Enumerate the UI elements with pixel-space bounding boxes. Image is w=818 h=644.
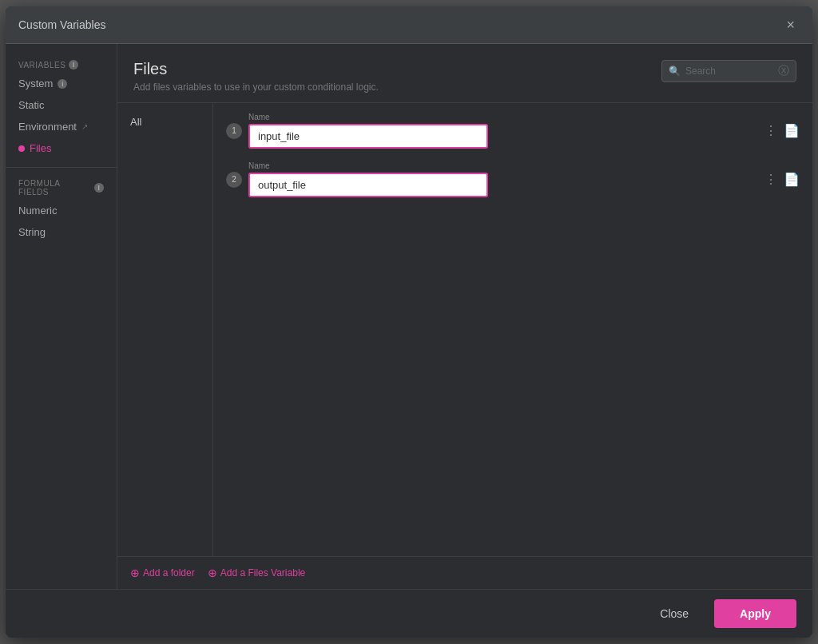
add-variable-label: Add a Files Variable	[220, 567, 306, 578]
system-label: System	[18, 78, 53, 89]
table-row: 2 Name ⋮ 📄	[226, 161, 800, 197]
sidebar-divider	[6, 167, 117, 168]
files-active-dot	[18, 145, 25, 152]
content-area: All 1 Name ⋮ �	[117, 102, 812, 556]
variable-input-wrap-1: Name	[248, 113, 752, 149]
variable-index-2: 2	[226, 172, 242, 188]
search-box: 🔍 ⓧ	[661, 60, 796, 82]
variable-index-1: 1	[226, 123, 242, 139]
dialog-close-button[interactable]: ×	[781, 16, 800, 34]
add-variable-plus-icon: ⊕	[208, 566, 217, 579]
files-label: Files	[30, 142, 51, 154]
string-label: String	[18, 226, 46, 238]
variable-input-wrap-2: Name	[248, 161, 752, 197]
main-content: Files Add files variables to use in your…	[117, 44, 812, 589]
add-folder-label: Add a folder	[143, 567, 195, 578]
sidebar-item-environment[interactable]: Environment ↗	[6, 116, 117, 137]
folder-all-label[interactable]: All	[117, 113, 212, 131]
variables-section-label: VARIABLES i	[6, 57, 117, 73]
search-clear-icon[interactable]: ⓧ	[778, 64, 789, 78]
sidebar: VARIABLES i System i Static Environment …	[6, 44, 117, 589]
dialog-header: Custom Variables ×	[6, 6, 812, 44]
environment-label: Environment	[18, 121, 77, 133]
dialog-title: Custom Variables	[18, 18, 105, 31]
variable-comment-icon-2[interactable]: 📄	[784, 172, 800, 187]
content-subtitle: Add files variables to use in your custo…	[133, 81, 379, 93]
content-title-area: Files Add files variables to use in your…	[133, 60, 379, 93]
content-title: Files	[133, 60, 379, 78]
add-folder-plus-icon: ⊕	[130, 566, 140, 579]
var-field-label-1: Name	[248, 113, 752, 121]
content-header: Files Add files variables to use in your…	[117, 44, 812, 102]
variable-more-icon-2[interactable]: ⋮	[764, 172, 777, 187]
add-folder-button[interactable]: ⊕ Add a folder	[130, 566, 195, 579]
formula-section-label: FORMULA FIELDS i	[6, 176, 117, 200]
formula-info-icon: i	[94, 183, 104, 193]
variable-more-icon-1[interactable]: ⋮	[764, 123, 777, 138]
add-files-variable-button[interactable]: ⊕ Add a Files Variable	[208, 566, 306, 579]
search-icon: 🔍	[669, 66, 681, 77]
sidebar-item-system[interactable]: System i	[6, 73, 117, 94]
static-label: Static	[18, 99, 45, 111]
numeric-label: Numeric	[18, 205, 57, 217]
variables-pane: 1 Name ⋮ 📄 2	[213, 103, 812, 556]
apply-button[interactable]: Apply	[714, 599, 796, 628]
environment-ext-icon: ↗	[81, 122, 88, 131]
variable-actions-1: ⋮ 📄	[764, 123, 800, 138]
sidebar-item-static[interactable]: Static	[6, 94, 117, 116]
sidebar-item-files[interactable]: Files	[6, 137, 117, 159]
variable-input-2[interactable]	[248, 173, 488, 197]
variable-actions-2: ⋮ 📄	[764, 172, 800, 187]
folder-pane: All	[117, 103, 213, 556]
variable-input-1[interactable]	[248, 124, 488, 149]
var-field-label-2: Name	[248, 161, 752, 170]
custom-variables-dialog: Custom Variables × VARIABLES i System i …	[6, 6, 812, 638]
sidebar-item-string[interactable]: String	[6, 221, 117, 243]
dialog-body: VARIABLES i System i Static Environment …	[6, 44, 812, 589]
content-bottom: ⊕ Add a folder ⊕ Add a Files Variable	[117, 556, 812, 589]
system-info-icon: i	[58, 79, 67, 89]
close-button[interactable]: Close	[644, 601, 705, 626]
variable-comment-icon-1[interactable]: 📄	[784, 123, 800, 138]
table-row: 1 Name ⋮ 📄	[226, 113, 800, 149]
search-input[interactable]	[685, 66, 773, 77]
dialog-footer: Close Apply	[6, 589, 812, 638]
sidebar-item-numeric[interactable]: Numeric	[6, 200, 117, 221]
variables-info-icon: i	[69, 60, 78, 70]
